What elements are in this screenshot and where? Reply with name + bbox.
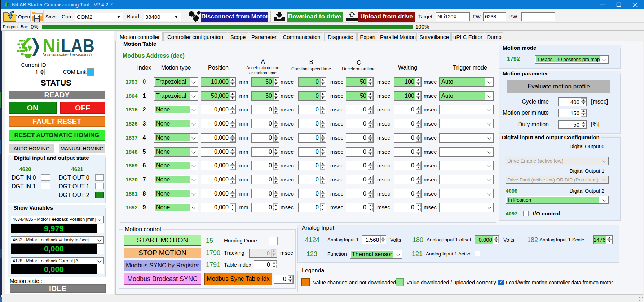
svg-text:Neue innovative Linearantriebe: Neue innovative Linearantriebe: [43, 52, 93, 57]
